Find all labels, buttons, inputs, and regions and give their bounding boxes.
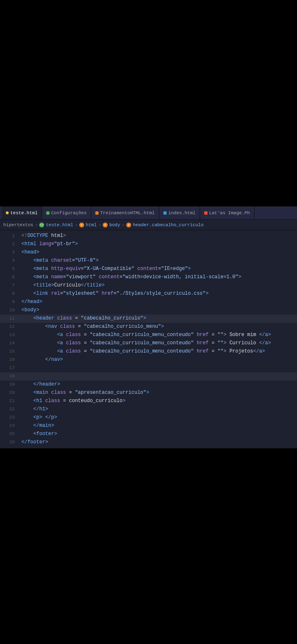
- code-line-20: 20 <main class = "apresentacao_curriculo…: [0, 389, 297, 397]
- tab-icon: [163, 211, 167, 215]
- code-line-8: 8 <link rel="stylesheet" href="./Styles/…: [0, 290, 297, 298]
- tab-label: Lat'as Image.Ph: [209, 211, 250, 215]
- bc-icon-file: <>: [39, 223, 44, 227]
- code-line-2: 2 <html lang="pt-br">: [0, 240, 297, 249]
- top-black-area: [0, 0, 297, 206]
- tab-bar: teste.html Configurações TreinamentoHTML…: [0, 206, 297, 220]
- tab-teste-html[interactable]: teste.html: [2, 206, 42, 219]
- code-line-25: 25 <footer>: [0, 430, 297, 438]
- code-line-19: 19 </header>: [0, 381, 297, 389]
- code-line-4: 4 <meta charset="UTF-8">: [0, 257, 297, 265]
- bc-header[interactable]: header.cabecalho_curriculo: [133, 223, 204, 227]
- tab-icon: [95, 211, 99, 215]
- code-line-24: 24 </main>: [0, 422, 297, 430]
- bottom-black-area: [0, 448, 297, 644]
- modified-dot: [6, 211, 9, 214]
- code-line-18: 18: [0, 372, 297, 381]
- bc-icon-html: ⊕: [79, 223, 84, 227]
- bc-file[interactable]: teste.html: [46, 223, 73, 227]
- tab-image[interactable]: Lat'as Image.Ph: [200, 206, 255, 219]
- code-editor[interactable]: 1 <!DOCTYPE html> 2 <html lang="pt-br"> …: [0, 230, 297, 448]
- breadcrumb: hipertextos › <> teste.html › ⊕ html › ⊕…: [0, 220, 297, 230]
- code-line-9: 9 </head>: [0, 298, 297, 306]
- code-line-7: 7 <title>Currículo</title>: [0, 282, 297, 290]
- code-line-22: 22 </h1>: [0, 405, 297, 414]
- code-line-10: 10 <body>: [0, 306, 297, 315]
- tab-label: TreinamentoHTML.html: [100, 211, 155, 215]
- code-line-1: 1 <!DOCTYPE html>: [0, 232, 297, 240]
- code-line-16: 16 </nav>: [0, 356, 297, 364]
- tab-icon: [204, 211, 207, 215]
- tab-icon: [46, 211, 50, 215]
- tab-label: teste.html: [10, 211, 38, 215]
- tab-index[interactable]: index.html: [159, 206, 200, 219]
- code-line-12: 12 <nav class = "cabecalho_curriculo_men…: [0, 323, 297, 331]
- code-line-13: 13 <a class = "cabecalho_curriculo_menu_…: [0, 331, 297, 339]
- editor-area: teste.html Configurações TreinamentoHTML…: [0, 206, 297, 448]
- tab-label: index.html: [168, 211, 196, 215]
- bc-body[interactable]: body: [109, 223, 120, 227]
- tab-treinamento[interactable]: TreinamentoHTML.html: [91, 206, 159, 219]
- code-line-3: 3 <head>: [0, 249, 297, 257]
- code-line-6: 6 <meta name="viewport" content="width=d…: [0, 273, 297, 282]
- bc-root[interactable]: hipertextos: [3, 223, 33, 227]
- code-line-15: 15 <a class = "cabecalho_curriculo_menu_…: [0, 348, 297, 356]
- tab-configuracoes[interactable]: Configurações: [42, 206, 91, 219]
- code-line-23: 23 <p> </p>: [0, 414, 297, 422]
- bc-icon-header: ⊕: [126, 223, 131, 227]
- code-line-21: 21 <h1 class = conteudo_curriculo>: [0, 397, 297, 405]
- code-line-5: 5 <meta http-equiv="X-UA-Compatible" con…: [0, 265, 297, 273]
- bc-html[interactable]: html: [86, 223, 97, 227]
- tab-label: Configurações: [51, 211, 87, 215]
- bc-icon-body: ⊕: [103, 223, 108, 227]
- code-line-11: 11 <header class = "cabecalho_curriculo"…: [0, 315, 297, 323]
- code-line-14: 14 <a class = "cabecalho_curriculo_menu_…: [0, 339, 297, 348]
- code-line-26: 26 </footer>: [0, 438, 297, 447]
- code-line-17: 17: [0, 364, 297, 372]
